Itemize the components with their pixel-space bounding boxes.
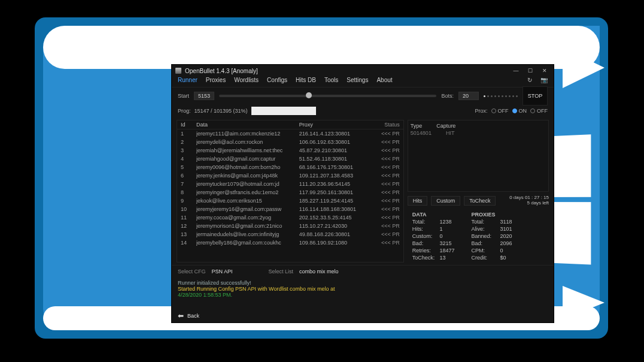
refresh-icon[interactable]: ↻: [527, 77, 532, 87]
bots-ticks: [484, 95, 518, 97]
table-row[interactable]: 3jeremiah@jeremiahwilliams.net:thec45.87…: [177, 146, 403, 155]
table-row[interactable]: 9jekook@live.com:erikson15185.227.119.25…: [177, 197, 403, 205]
bots-value[interactable]: 20: [458, 92, 479, 100]
cell-status: <<< PR: [373, 189, 400, 195]
select-config-label[interactable]: Select CFG: [178, 269, 206, 274]
cell-status: <<< PR: [373, 215, 400, 221]
cell-proxy: 115.10.27.21:42030: [299, 223, 370, 229]
start-slider[interactable]: [219, 95, 436, 97]
chip-custom[interactable]: Custom: [431, 196, 460, 206]
log-line-1: Runner initialized successfully!: [178, 280, 548, 286]
table-row[interactable]: 12jeremymorison1@gmail.com:21nico115.10.…: [177, 222, 403, 230]
col-id: Id: [181, 122, 193, 128]
table-row[interactable]: 1jeremyc111@aim.com:mckenzie12216.141.4.…: [177, 129, 403, 138]
prox-on-radio[interactable]: ON: [512, 108, 527, 114]
progress-bar: [251, 107, 316, 115]
cell-proxy: 202.152.33.5.25:4145: [299, 215, 370, 221]
cell-proxy: 216.141.4.123:30801: [299, 131, 370, 137]
select-list-label[interactable]: Select List: [269, 269, 294, 274]
bots-grid[interactable]: Id Data Proxy Status 1jeremyc111@aim.com…: [177, 120, 404, 263]
prox-off-radio[interactable]: OFF: [491, 108, 509, 114]
cell-status: <<< PR: [373, 164, 400, 170]
cell-data: jeremytucker1079@hotmail.com:jd: [196, 181, 296, 187]
stats-panel: DATA Total:1238 Hits:1 Custom:0 Bad:3215…: [408, 210, 549, 263]
cell-proxy: 68.166.176.175:30801: [299, 164, 370, 170]
cell-data: jeremy.jenkins@gmail.com:j4p48k: [196, 173, 296, 179]
tab-proxies[interactable]: Proxies: [206, 77, 226, 87]
table-row[interactable]: 8jeremyinger@stfrancis.edu:1emo2117.99.2…: [177, 188, 403, 197]
cell-id: 5: [181, 164, 193, 170]
log-line-3: 4/28/2020 1:58:53 PM.: [178, 292, 548, 298]
start-label: Start: [178, 93, 189, 99]
table-row[interactable]: 7jeremytucker1079@hotmail.com:jd111.20.2…: [177, 180, 403, 188]
tab-hitsdb[interactable]: Hits DB: [296, 77, 316, 87]
cell-status: <<< PR: [373, 223, 400, 229]
cell-data: jeremydeli@aol.com:rockon: [196, 139, 296, 145]
back-button[interactable]: ⬅ Back: [172, 309, 554, 322]
tab-settings[interactable]: Settings: [347, 77, 368, 87]
chip-hits[interactable]: Hits: [408, 196, 428, 206]
screenshot-icon[interactable]: 📷: [540, 77, 548, 87]
titlebar[interactable]: OpenBullet 1.4.3 [Anomaly] — ☐ ✕: [172, 65, 554, 77]
prox-off2-radio[interactable]: OFF: [530, 108, 548, 114]
cell-data: jeremiah@jeremiahwilliams.net:thec: [196, 147, 296, 153]
selection-line: Select CFG PSN API Select List combo mix…: [172, 266, 554, 277]
cell-status: <<< PR: [373, 147, 400, 153]
cell-proxy: 185.227.119.254:4145: [299, 198, 370, 204]
cell-id: 13: [181, 231, 193, 237]
cell-data: jeremyc111@aim.com:mckenzie12: [196, 131, 296, 137]
cell-id: 3: [181, 147, 193, 153]
table-row[interactable]: 4jeremiahgood@gmail.com:captur51.52.46.1…: [177, 155, 403, 163]
tab-runner[interactable]: Runner: [178, 77, 198, 87]
capture-row-type: 5014801: [411, 130, 432, 136]
cell-status: <<< PR: [373, 240, 400, 246]
table-row[interactable]: 13jermainedudels@live.com:infinityjg49.8…: [177, 230, 403, 239]
start-value[interactable]: 5153: [194, 92, 214, 100]
table-row[interactable]: 10jeremyjeremy16@gmail.com:passw116.114.…: [177, 205, 403, 213]
cell-id: 2: [181, 139, 193, 145]
stop-button[interactable]: STOP: [523, 86, 548, 105]
prox-label: Prox:: [475, 108, 487, 114]
table-row[interactable]: 6jeremy.jenkins@gmail.com:j4p48k109.121.…: [177, 171, 403, 180]
app-icon: [175, 68, 181, 74]
close-button[interactable]: ✕: [539, 67, 550, 75]
prog-label: Prog:: [178, 108, 191, 114]
cell-proxy: 116.114.188.168:30801: [299, 206, 370, 212]
table-row[interactable]: 2jeremydeli@aol.com:rockon106.06.192.63:…: [177, 138, 403, 146]
cell-id: 14: [181, 240, 193, 246]
cell-status: <<< PR: [373, 206, 400, 212]
col-proxy: Proxy: [299, 122, 370, 128]
tab-wordlists[interactable]: Wordlists: [234, 77, 259, 87]
cell-id: 1: [181, 131, 193, 137]
cell-id: 7: [181, 181, 193, 187]
video-frame: OpenBullet 1.4.3 [Anomaly] — ☐ ✕ Runner …: [35, 17, 608, 339]
select-list-value: combo mix melo: [299, 269, 339, 274]
tab-about[interactable]: About: [376, 77, 392, 87]
cell-proxy: 51.52.46.118:30801: [299, 156, 370, 162]
table-row[interactable]: 14jeremybelly186@gmail.com:coukhc109.86.…: [177, 239, 403, 247]
progress-bar-row: Prog: 15147 / 101395 (31%) Prox: OFF ON …: [172, 104, 554, 117]
tab-configs[interactable]: Configs: [267, 77, 287, 87]
maximize-button[interactable]: ☐: [525, 67, 536, 75]
cell-data: jeremybelly186@gmail.com:coukhc: [196, 240, 296, 246]
cell-id: 4: [181, 156, 193, 162]
cell-status: <<< PR: [373, 131, 400, 137]
minimize-button[interactable]: —: [511, 67, 521, 75]
cell-proxy: 45.87.29.210:30801: [299, 147, 370, 153]
capture-row-cap: HIT: [446, 130, 455, 136]
cell-status: <<< PR: [373, 198, 400, 204]
grid-header: Id Data Proxy Status: [177, 120, 403, 129]
capture-panel: Type Capture 5014801 HIT: [408, 120, 549, 192]
capture-col-type: Type: [411, 123, 423, 129]
table-row[interactable]: 11jeremy.cocoa@gmail.com:2yog202.152.33.…: [177, 213, 403, 222]
table-row[interactable]: 5jeremy0096@hotmail.com:born2ho68.166.17…: [177, 163, 403, 171]
cell-data: jeremyjeremy16@gmail.com:passw: [196, 206, 296, 212]
chip-tocheck[interactable]: ToCheck: [464, 196, 496, 206]
cell-proxy: 49.88.168.226:30801: [299, 231, 370, 237]
col-status: Status: [373, 122, 400, 128]
cell-data: jeremy0096@hotmail.com:born2ho: [196, 164, 296, 170]
tab-tools[interactable]: Tools: [324, 77, 338, 87]
uptime-display: 0 days 01 : 27 : 15 5 days left: [509, 195, 549, 206]
cell-id: 10: [181, 206, 193, 212]
cell-proxy: 109.86.190.92:1080: [299, 240, 370, 246]
